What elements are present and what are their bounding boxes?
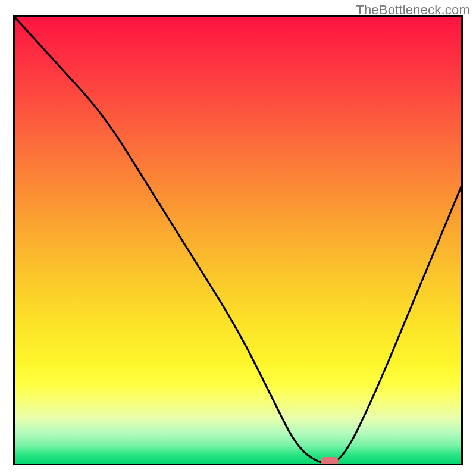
bottleneck-curve (15, 17, 461, 464)
bottleneck-chart: TheBottleneck.com (0, 0, 476, 476)
watermark-text: TheBottleneck.com (356, 2, 470, 18)
optimal-marker (321, 457, 339, 465)
plot-area (13, 15, 463, 465)
